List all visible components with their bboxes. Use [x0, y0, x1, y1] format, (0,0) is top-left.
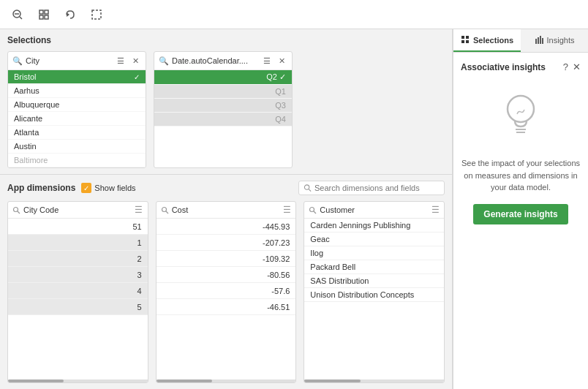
date-box-header: 🔍 Date.autoCalendar.... ☰ ✕ [154, 52, 292, 70]
tab-selections[interactable]: Selections [453, 29, 521, 52]
search-dim-icon [304, 184, 312, 192]
svg-rect-19 [461, 40, 464, 43]
cost-title: Cost [172, 205, 280, 214]
svg-rect-21 [535, 39, 537, 44]
city-box-header: 🔍 City ☰ ✕ [8, 52, 146, 70]
date-list: Q2 ✓ Q1 Q3 Q4 [154, 70, 292, 126]
city-code-scrollbar-thumb [8, 379, 64, 382]
cost-search-icon [161, 206, 169, 214]
city-code-row-4[interactable]: 4 [8, 283, 148, 299]
city-code-scrollbar [8, 379, 148, 382]
customer-body: Carden Jennings Publishing Geac Ilog Pac… [304, 219, 444, 379]
cost-header: Cost ☰ [157, 202, 296, 219]
svg-rect-8 [92, 10, 101, 19]
svg-rect-4 [45, 10, 48, 14]
city-item-alicante[interactable]: Alicante [8, 112, 146, 126]
tab-insights[interactable]: Insights [521, 29, 588, 52]
date-item-q3[interactable]: Q3 [154, 99, 292, 113]
undo-button[interactable] [60, 4, 80, 25]
date-search-icon: 🔍 [159, 56, 169, 66]
svg-rect-24 [542, 38, 543, 44]
customer-row-5[interactable]: Unison Distribution Concepts [304, 288, 444, 302]
right-panel: Selections Insights Associative insights… [453, 29, 588, 389]
svg-point-15 [310, 207, 314, 211]
customer-row-3[interactable]: Packard Bell [304, 260, 444, 274]
selections-tab-icon [461, 35, 470, 45]
city-item-aarhus[interactable]: Aarhus [8, 84, 146, 98]
search-dimensions-box[interactable] [298, 181, 445, 195]
insights-header-icons: ? ✕ [563, 61, 581, 72]
city-item-austin[interactable]: Austin [8, 140, 146, 154]
city-item-albuquerque[interactable]: Albuquerque [8, 98, 146, 112]
insights-header: Associative insights ? ✕ [461, 61, 581, 72]
svg-rect-20 [466, 40, 469, 43]
fit-view-icon [38, 9, 50, 20]
fit-view-button[interactable] [34, 4, 54, 25]
city-box-title: City [26, 56, 112, 65]
show-fields-label: Show fields [94, 184, 135, 192]
selections-section: Selections 🔍 City ☰ ✕ Bristol [0, 29, 452, 175]
city-code-row-2[interactable]: 2 [8, 251, 148, 267]
cost-row-0[interactable]: -445.93 [157, 219, 296, 235]
cost-row-2[interactable]: -109.32 [157, 251, 296, 267]
customer-scrollbar [304, 379, 444, 382]
date-close-icon[interactable]: ✕ [276, 55, 287, 67]
date-box-title: Date.autoCalendar.... [172, 56, 258, 65]
cost-menu[interactable]: ☰ [282, 205, 291, 214]
city-code-row-3[interactable]: 3 [8, 267, 148, 283]
svg-point-11 [14, 207, 18, 211]
city-close-icon[interactable]: ✕ [129, 55, 141, 67]
insights-description: See the impact of your selections on mea… [461, 157, 581, 194]
city-list-icon[interactable]: ☰ [115, 55, 127, 67]
cost-row-5[interactable]: -46.51 [157, 299, 296, 315]
undo-icon [64, 9, 76, 20]
cost-scrollbar-thumb [157, 379, 212, 382]
toolbar [0, 0, 588, 29]
cost-row-3[interactable]: -80.56 [157, 267, 296, 283]
dim-cards: City Code ☰ 51 1 2 [7, 201, 445, 383]
city-item-baltimore[interactable]: Baltimore [8, 154, 146, 167]
date-list-icon[interactable]: ☰ [261, 55, 273, 67]
select-button[interactable] [86, 4, 107, 25]
city-code-menu[interactable]: ☰ [135, 205, 143, 214]
customer-row-4[interactable]: SAS Distribution [304, 274, 444, 288]
cost-body: -445.93 -207.23 -109.32 -80.56 -57.6 [157, 219, 296, 379]
city-code-row-0[interactable]: 51 [8, 219, 148, 235]
svg-rect-18 [466, 36, 469, 39]
date-item-q1[interactable]: Q1 [154, 85, 292, 99]
app-dim-header: App dimensions ✓ Show fields [7, 181, 445, 195]
insights-close-icon[interactable]: ✕ [573, 61, 581, 72]
app-dimensions-section: App dimensions ✓ Show fields [0, 175, 452, 389]
date-item-q2[interactable]: Q2 ✓ [154, 70, 292, 85]
city-code-header: City Code ☰ [8, 202, 148, 219]
tab-insights-label: Insights [547, 36, 575, 45]
customer-menu[interactable]: ☰ [431, 205, 440, 214]
customer-row-2[interactable]: Ilog [304, 246, 444, 260]
help-icon[interactable]: ? [563, 61, 568, 72]
customer-title: Customer [320, 205, 428, 214]
select-icon [91, 9, 102, 20]
svg-line-2 [20, 17, 22, 19]
svg-marker-7 [67, 12, 69, 17]
customer-row-0[interactable]: Carden Jennings Publishing [304, 219, 444, 233]
show-fields-toggle[interactable]: ✓ Show fields [81, 183, 135, 193]
city-code-row-5[interactable]: 5 [8, 299, 148, 315]
customer-header: Customer ☰ [304, 202, 444, 219]
customer-scrollbar-thumb [304, 379, 360, 382]
search-dimensions-input[interactable] [314, 184, 440, 192]
svg-rect-5 [39, 15, 43, 19]
city-item-atlanta[interactable]: Atlanta [8, 126, 146, 140]
city-code-card: City Code ☰ 51 1 2 [7, 201, 148, 383]
lightbulb-icon [495, 88, 546, 147]
cost-row-4[interactable]: -57.6 [157, 283, 296, 299]
city-item-bristol[interactable]: Bristol ✓ [8, 70, 146, 84]
city-code-row-1[interactable]: 1 [8, 235, 148, 251]
date-item-q4[interactable]: Q4 [154, 113, 292, 126]
customer-row-1[interactable]: Geac [304, 233, 444, 246]
zoom-out-button[interactable] [7, 4, 28, 25]
lightbulb-container [495, 88, 546, 147]
city-list: Bristol ✓ Aarhus Albuquerque Alicante [8, 70, 146, 167]
city-code-search-icon [12, 206, 20, 214]
generate-insights-button[interactable]: Generate insights [473, 204, 568, 224]
cost-row-1[interactable]: -207.23 [157, 235, 296, 251]
